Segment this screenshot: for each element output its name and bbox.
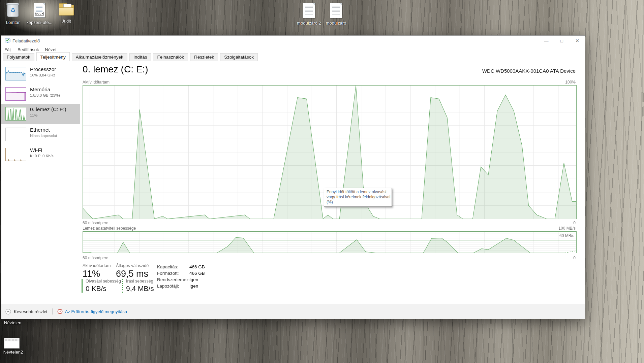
kv-value: Igen <box>189 284 198 289</box>
tab-processes[interactable]: Folyamatok <box>3 53 34 61</box>
task-manager-window: Feladatkezelő — □ ✕ Fájl Beállítások Néz… <box>1 35 585 319</box>
docx-badge: DOCX <box>35 12 44 15</box>
sidebar-item-disk0[interactable]: 0. lemez (C: E:) 11% <box>1 104 80 124</box>
chart2-label: Lemez adatátviteli sebessége <box>83 226 136 231</box>
sidebar-item-title: 0. lemez (C: E:) <box>30 106 66 112</box>
stat-value: 69,5 ms <box>116 269 149 279</box>
sidebar-item-subtitle: K: 0 F: 0 Kb/s <box>30 154 54 158</box>
sidebar-item-cpu[interactable]: Processzor 16% 3,84 GHz <box>1 65 80 83</box>
device-name: WDC WD5000AAKX-001CA0 ATA Device <box>482 68 576 74</box>
memory-spark-chart <box>5 87 26 101</box>
kv-label: Lapozófájl: <box>157 284 189 289</box>
desktop-icon-label: Judit <box>52 19 81 24</box>
wifi-spark-chart <box>5 148 26 161</box>
sidebar-item-title: Ethernet <box>30 127 57 133</box>
fewer-details-button[interactable]: Kevesebb részlet <box>5 309 48 315</box>
sidebar-item-subtitle: 16% 3,84 GHz <box>30 73 56 77</box>
desktop: { "desktop": { "icons": [ { "label": "Lo… <box>0 0 644 363</box>
text-file-icon <box>303 3 315 18</box>
menu-file[interactable]: Fájl <box>4 47 11 52</box>
tab-app-history[interactable]: Alkalmazáselőzmények <box>72 53 127 61</box>
kv-value: Igen <box>189 277 198 282</box>
chart2-x-right: 0 <box>573 256 576 260</box>
open-resource-monitor-label: Az Erőforrás-figyelő megnyitása <box>65 309 127 314</box>
desktop-icon-nevtelen2[interactable]: Névtelen2 <box>1 338 25 355</box>
kv-label: Kapacitás: <box>157 264 189 269</box>
sidebar-item-subtitle: 1,8/8,0 GB (23%) <box>30 93 60 97</box>
fewer-details-label: Kevesebb részlet <box>14 309 48 314</box>
tab-performance[interactable]: Teljesítmény <box>36 52 70 61</box>
desktop-icon-label: kepzesi-ute... <box>25 20 54 25</box>
tab-details[interactable]: Részletek <box>190 53 218 61</box>
stat-write-speed: Írási sebesség 9,4 MB/s <box>122 279 154 293</box>
open-resource-monitor-link[interactable]: Az Erőforrás-figyelő megnyitása <box>57 309 127 314</box>
kv-label: Rendszerlemez: <box>157 277 189 282</box>
footer-bar: Kevesebb részlet Az Erőforrás-figyelő me… <box>1 304 585 319</box>
image-thumbnail-icon <box>4 338 20 349</box>
tab-users[interactable]: Felhasználók <box>153 53 188 61</box>
desktop-icon-label: modulzáró <box>322 21 350 26</box>
footer-divider <box>52 308 53 315</box>
sidebar-item-ethernet[interactable]: Ethernet Nincs kapcsolat <box>1 126 80 143</box>
desktop-icon-label: modulzáró 2 <box>295 21 323 26</box>
kv-system-disk: Rendszerlemez: Igen <box>157 277 205 282</box>
desktop-icon-folder-judit[interactable]: DOCX Judit <box>52 3 81 24</box>
stat-value: 9,4 MB/s <box>126 285 154 293</box>
chart1-x-left: 60 másodperc <box>83 221 108 225</box>
transfer-rate-chart[interactable]: 60 MB/s <box>83 231 577 253</box>
chart-tooltip: Ennyi időt töltött a lemez olvasási vagy… <box>324 188 392 207</box>
desktop-icon-docx[interactable]: DOCX kepzesi-ute... <box>25 3 54 25</box>
sidebar-item-wifi[interactable]: Wi-Fi K: 0 F: 0 Kb/s <box>1 146 80 164</box>
sidebar-item-title: Processzor <box>30 66 56 72</box>
stat-label: Írási sebesség <box>126 279 154 284</box>
chevron-up-circle-icon <box>5 309 11 315</box>
menu-options[interactable]: Beállítások <box>18 47 39 52</box>
recycle-bin-icon: ♻ <box>6 2 20 18</box>
disk-spark-chart <box>5 107 26 121</box>
desktop-icon-label: Névtelen2 <box>1 350 25 355</box>
stat-active-time: Aktív időtartam 11% <box>83 263 111 279</box>
kv-capacity: Kapacitás: 466 GB <box>157 264 205 269</box>
window-title: Feladatkezelő <box>12 38 40 43</box>
kv-value: 466 GB <box>189 264 205 269</box>
desktop-icon-modulzaro[interactable]: modulzáró <box>322 3 350 26</box>
close-button[interactable]: ✕ <box>570 36 585 46</box>
sidebar-item-title: Wi-Fi <box>30 147 54 153</box>
stat-label: Átlagos válaszidő <box>116 263 149 268</box>
stat-value: 0 KB/s <box>86 285 121 293</box>
cpu-spark-chart <box>5 67 26 80</box>
tab-services[interactable]: Szolgáltatások <box>220 53 258 61</box>
text-file-icon <box>330 3 342 18</box>
titlebar[interactable]: Feladatkezelő — □ ✕ <box>1 36 585 46</box>
chart2-max-label: 100 MB/s <box>558 226 576 231</box>
resource-monitor-icon <box>57 309 63 314</box>
tab-startup[interactable]: Indítás <box>129 53 151 61</box>
disk-properties: Kapacitás: 466 GB Formázott: 466 GB Rend… <box>157 264 205 290</box>
docx-file-icon: DOCX <box>34 3 45 18</box>
kv-formatted: Formázott: 466 GB <box>157 271 205 276</box>
minimize-button[interactable]: — <box>539 36 554 46</box>
sidebar-item-subtitle: 11% <box>30 113 66 117</box>
tab-bar: Folyamatok Teljesítmény Alkalmazáselőzmé… <box>3 53 260 61</box>
chart2-x-left: 60 másodperc <box>83 256 108 260</box>
kv-label: Formázott: <box>157 271 189 276</box>
page-title: 0. lemez (C: E:) <box>83 64 148 75</box>
desktop-icon-label: Lomtár <box>0 20 27 25</box>
maximize-button[interactable]: □ <box>554 36 570 46</box>
performance-sidebar: Processzor 16% 3,84 GHz Memória 1,8/8,0 … <box>1 62 80 304</box>
stat-avg-response: Átlagos válaszidő 69,5 ms <box>116 263 149 279</box>
desktop-icon-recycle-bin[interactable]: ♻ Lomtár <box>0 2 27 25</box>
desktop-icon-modulzaro2[interactable]: modulzáró 2 <box>295 3 323 26</box>
chart1-max-label: 100% <box>565 80 576 85</box>
desktop-icon-label-hidden[interactable]: Névtelen <box>4 320 21 325</box>
tooltip-line: vagy írási kérelmek feldolgozásával <box>327 195 389 200</box>
folder-icon: DOCX <box>59 3 74 16</box>
kv-value: 466 GB <box>189 271 205 276</box>
menu-view[interactable]: Nézet <box>45 47 57 52</box>
chart1-label: Aktív időtartam <box>83 80 110 85</box>
stat-read-speed: Olvasási sebesség 0 KB/s <box>82 279 121 293</box>
tooltip-line: (%) <box>327 200 389 205</box>
sidebar-item-memory[interactable]: Memória 1,8/8,0 GB (23%) <box>1 86 80 103</box>
tooltip-line: Ennyi időt töltött a lemez olvasási <box>327 190 389 195</box>
stat-label: Olvasási sebesség <box>86 279 121 284</box>
